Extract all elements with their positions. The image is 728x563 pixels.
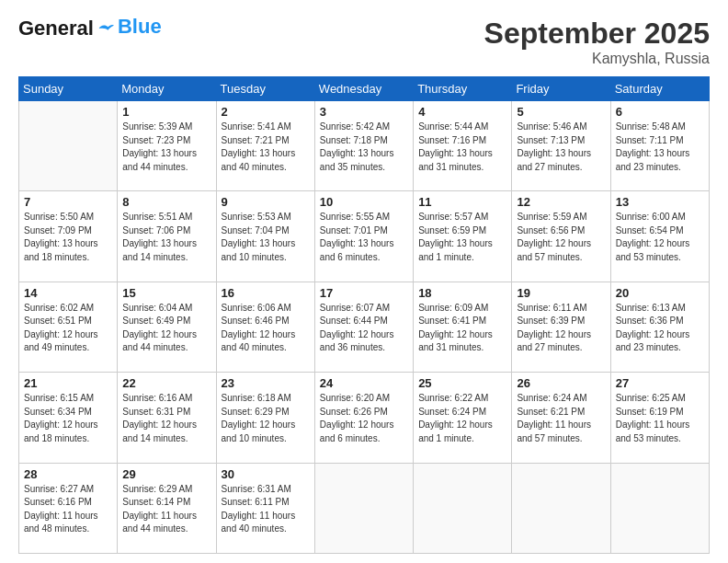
month-title: September 2025 <box>484 17 710 51</box>
table-row: 18Sunrise: 6:09 AM Sunset: 6:41 PM Dayli… <box>414 282 512 372</box>
table-row <box>314 463 413 553</box>
day-number: 16 <box>222 286 310 300</box>
table-row: 16Sunrise: 6:06 AM Sunset: 6:46 PM Dayli… <box>216 282 314 372</box>
day-detail: Sunrise: 5:39 AM Sunset: 7:23 PM Dayligh… <box>122 121 210 174</box>
day-number: 13 <box>616 195 704 209</box>
calendar-table: Sunday Monday Tuesday Wednesday Thursday… <box>18 76 710 554</box>
day-detail: Sunrise: 5:57 AM Sunset: 6:59 PM Dayligh… <box>418 211 506 264</box>
day-detail: Sunrise: 6:04 AM Sunset: 6:49 PM Dayligh… <box>122 302 210 355</box>
day-detail: Sunrise: 6:16 AM Sunset: 6:31 PM Dayligh… <box>122 392 210 445</box>
title-section: September 2025 Kamyshla, Russia <box>484 17 710 67</box>
table-row: 4Sunrise: 5:44 AM Sunset: 7:16 PM Daylig… <box>414 101 512 191</box>
day-number: 3 <box>320 105 408 119</box>
day-detail: Sunrise: 6:13 AM Sunset: 6:36 PM Dayligh… <box>616 302 704 355</box>
day-detail: Sunrise: 6:24 AM Sunset: 6:21 PM Dayligh… <box>517 392 605 445</box>
day-number: 18 <box>418 286 506 300</box>
col-saturday: Saturday <box>610 77 709 101</box>
day-detail: Sunrise: 5:44 AM Sunset: 7:16 PM Dayligh… <box>418 121 506 174</box>
table-row: 3Sunrise: 5:42 AM Sunset: 7:18 PM Daylig… <box>314 101 413 191</box>
logo-blue: Blue <box>118 15 162 39</box>
day-detail: Sunrise: 5:53 AM Sunset: 7:04 PM Dayligh… <box>222 211 310 264</box>
table-row: 21Sunrise: 6:15 AM Sunset: 6:34 PM Dayli… <box>19 373 118 463</box>
logo-general: General <box>18 17 94 40</box>
day-number: 17 <box>320 286 408 300</box>
table-row: 23Sunrise: 6:18 AM Sunset: 6:29 PM Dayli… <box>216 373 314 463</box>
table-row: 10Sunrise: 5:55 AM Sunset: 7:01 PM Dayli… <box>314 191 413 282</box>
col-friday: Friday <box>512 77 610 101</box>
day-number: 24 <box>320 376 408 390</box>
col-sunday: Sunday <box>19 77 118 101</box>
logo-text: General Blue <box>18 17 162 40</box>
day-detail: Sunrise: 6:27 AM Sunset: 6:16 PM Dayligh… <box>24 483 112 536</box>
day-detail: Sunrise: 6:25 AM Sunset: 6:19 PM Dayligh… <box>616 392 704 445</box>
day-number: 23 <box>222 376 310 390</box>
table-row: 27Sunrise: 6:25 AM Sunset: 6:19 PM Dayli… <box>610 373 709 463</box>
table-row: 17Sunrise: 6:07 AM Sunset: 6:44 PM Dayli… <box>314 282 413 372</box>
table-row <box>610 463 709 553</box>
col-wednesday: Wednesday <box>314 77 413 101</box>
day-detail: Sunrise: 6:00 AM Sunset: 6:54 PM Dayligh… <box>616 211 704 264</box>
day-number: 29 <box>122 467 210 481</box>
day-detail: Sunrise: 5:50 AM Sunset: 7:09 PM Dayligh… <box>24 211 112 264</box>
calendar-header-row: Sunday Monday Tuesday Wednesday Thursday… <box>19 77 710 101</box>
header: General Blue September 2025 Kamyshla, Ru… <box>18 17 710 67</box>
day-detail: Sunrise: 6:09 AM Sunset: 6:41 PM Dayligh… <box>418 302 506 355</box>
day-number: 6 <box>616 105 704 119</box>
table-row: 9Sunrise: 5:53 AM Sunset: 7:04 PM Daylig… <box>216 191 314 282</box>
day-detail: Sunrise: 6:02 AM Sunset: 6:51 PM Dayligh… <box>24 302 112 355</box>
day-number: 5 <box>517 105 605 119</box>
day-detail: Sunrise: 5:48 AM Sunset: 7:11 PM Dayligh… <box>616 121 704 174</box>
table-row: 29Sunrise: 6:29 AM Sunset: 6:14 PM Dayli… <box>118 463 216 553</box>
table-row: 22Sunrise: 6:16 AM Sunset: 6:31 PM Dayli… <box>118 373 216 463</box>
location: Kamyshla, Russia <box>484 51 710 67</box>
day-number: 1 <box>122 105 210 119</box>
table-row: 28Sunrise: 6:27 AM Sunset: 6:16 PM Dayli… <box>19 463 118 553</box>
table-row: 14Sunrise: 6:02 AM Sunset: 6:51 PM Dayli… <box>19 282 118 372</box>
calendar-week-row: 1Sunrise: 5:39 AM Sunset: 7:23 PM Daylig… <box>19 101 710 191</box>
table-row: 30Sunrise: 6:31 AM Sunset: 6:11 PM Dayli… <box>216 463 314 553</box>
day-number: 10 <box>320 195 408 209</box>
table-row: 20Sunrise: 6:13 AM Sunset: 6:36 PM Dayli… <box>610 282 709 372</box>
day-detail: Sunrise: 6:11 AM Sunset: 6:39 PM Dayligh… <box>517 302 605 355</box>
day-number: 15 <box>122 286 210 300</box>
day-detail: Sunrise: 6:20 AM Sunset: 6:26 PM Dayligh… <box>320 392 408 445</box>
bird-icon <box>97 22 114 35</box>
day-number: 27 <box>616 376 704 390</box>
col-monday: Monday <box>118 77 216 101</box>
logo: General Blue <box>18 17 162 40</box>
table-row: 19Sunrise: 6:11 AM Sunset: 6:39 PM Dayli… <box>512 282 610 372</box>
table-row: 2Sunrise: 5:41 AM Sunset: 7:21 PM Daylig… <box>216 101 314 191</box>
day-number: 12 <box>517 195 605 209</box>
col-tuesday: Tuesday <box>216 77 314 101</box>
table-row <box>512 463 610 553</box>
calendar-week-row: 7Sunrise: 5:50 AM Sunset: 7:09 PM Daylig… <box>19 191 710 282</box>
day-number: 9 <box>222 195 310 209</box>
day-detail: Sunrise: 5:42 AM Sunset: 7:18 PM Dayligh… <box>320 121 408 174</box>
page: General Blue September 2025 Kamyshla, Ru… <box>0 0 728 563</box>
day-number: 2 <box>222 105 310 119</box>
day-number: 28 <box>24 467 112 481</box>
day-number: 14 <box>24 286 112 300</box>
calendar-week-row: 21Sunrise: 6:15 AM Sunset: 6:34 PM Dayli… <box>19 373 710 463</box>
day-number: 22 <box>122 376 210 390</box>
day-number: 19 <box>517 286 605 300</box>
day-number: 25 <box>418 376 506 390</box>
table-row: 12Sunrise: 5:59 AM Sunset: 6:56 PM Dayli… <box>512 191 610 282</box>
table-row <box>19 101 118 191</box>
day-detail: Sunrise: 6:07 AM Sunset: 6:44 PM Dayligh… <box>320 302 408 355</box>
calendar-week-row: 28Sunrise: 6:27 AM Sunset: 6:16 PM Dayli… <box>19 463 710 553</box>
day-number: 30 <box>222 467 310 481</box>
table-row: 6Sunrise: 5:48 AM Sunset: 7:11 PM Daylig… <box>610 101 709 191</box>
table-row: 13Sunrise: 6:00 AM Sunset: 6:54 PM Dayli… <box>610 191 709 282</box>
day-detail: Sunrise: 5:46 AM Sunset: 7:13 PM Dayligh… <box>517 121 605 174</box>
day-detail: Sunrise: 5:59 AM Sunset: 6:56 PM Dayligh… <box>517 211 605 264</box>
table-row: 7Sunrise: 5:50 AM Sunset: 7:09 PM Daylig… <box>19 191 118 282</box>
table-row: 1Sunrise: 5:39 AM Sunset: 7:23 PM Daylig… <box>118 101 216 191</box>
day-number: 21 <box>24 376 112 390</box>
col-thursday: Thursday <box>414 77 512 101</box>
day-detail: Sunrise: 6:29 AM Sunset: 6:14 PM Dayligh… <box>122 483 210 536</box>
calendar-week-row: 14Sunrise: 6:02 AM Sunset: 6:51 PM Dayli… <box>19 282 710 372</box>
day-detail: Sunrise: 5:51 AM Sunset: 7:06 PM Dayligh… <box>122 211 210 264</box>
day-detail: Sunrise: 5:41 AM Sunset: 7:21 PM Dayligh… <box>222 121 310 174</box>
day-number: 11 <box>418 195 506 209</box>
